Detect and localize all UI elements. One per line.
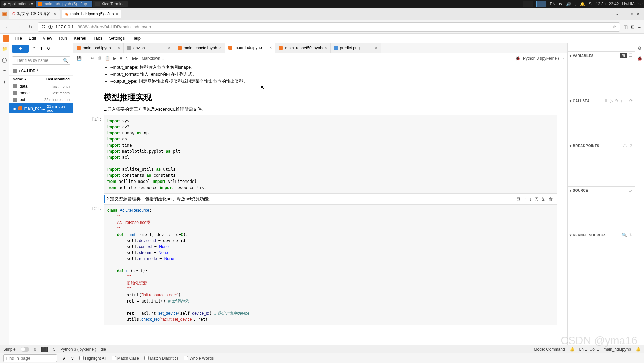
pocket-icon[interactable]: ◫	[623, 24, 628, 29]
user-label[interactable]: HwHiAiUse	[622, 2, 643, 6]
upload-icon[interactable]: ⬆	[40, 46, 43, 51]
breadcrumb[interactable]: / 04-HDR /	[9, 67, 73, 76]
refresh-icon[interactable]: ↻	[47, 46, 50, 51]
address-bar[interactable]: 🛡 ⓘ 127.0.0.1:8888/lab/tree/04-HDR/main_…	[38, 22, 620, 32]
browser-tab-jupyter[interactable]: ◉ main_hdr.ipynb (5) - Jup ×	[62, 10, 121, 18]
close-icon[interactable]: ×	[168, 46, 171, 50]
highlight-all-checkbox[interactable]: Highlight All	[79, 356, 106, 361]
simple-toggle[interactable]	[21, 347, 29, 352]
paste-icon[interactable]: 📋	[105, 56, 110, 61]
browser-tab-csdn[interactable]: C 写文章-CSDN博客 ×	[9, 9, 60, 19]
match-case-checkbox[interactable]: Match Case	[112, 356, 139, 361]
fast-forward-icon[interactable]: ▶▶	[132, 56, 138, 61]
kernel-name[interactable]: Python 3 (ipykernel)	[523, 56, 559, 61]
maximize-button[interactable]: ▫	[631, 11, 633, 16]
info-icon[interactable]: ⓘ	[48, 24, 53, 30]
mode-indicator[interactable]: Mode: Command	[534, 347, 565, 352]
tree-view-icon[interactable]: ⊞	[620, 53, 627, 58]
search-icon[interactable]: 🔍	[622, 233, 627, 237]
debug-icon[interactable]: 🐞	[515, 56, 520, 61]
chevron-down-icon[interactable]: ▾	[570, 233, 572, 237]
volume-icon[interactable]: 🔊	[566, 2, 571, 6]
whole-words-checkbox[interactable]: Whole Words	[184, 356, 214, 361]
chevron-down-icon[interactable]: ▾	[570, 99, 572, 103]
debugger-icon[interactable]: 🐞	[637, 56, 642, 61]
run-icon[interactable]: ▶	[113, 56, 116, 61]
continue-icon[interactable]: ▷	[610, 98, 613, 103]
menu-help[interactable]: Help	[129, 35, 143, 41]
close-icon[interactable]: ×	[54, 12, 56, 16]
file-row[interactable]: datalast month	[9, 83, 73, 90]
back-button[interactable]: ←	[3, 23, 11, 31]
taskbar-item-jupyter[interactable]: main_hdr.ipynb (5) - Jup...	[36, 1, 92, 7]
menu-view[interactable]: View	[40, 35, 55, 41]
inspector-icon[interactable]: ⚙	[638, 46, 642, 51]
clear-icon[interactable]: ⊘	[629, 143, 633, 148]
code-cell-1[interactable]: [1]: import sys import cv2 import numpy …	[87, 115, 557, 194]
delete-icon[interactable]: 🗑	[548, 197, 553, 202]
file-row[interactable]: out22 minutes ago	[9, 96, 73, 103]
kernel-status-icon[interactable]: ○	[562, 56, 564, 61]
jupyter-logo-icon[interactable]	[3, 35, 9, 42]
bookmark-icon[interactable]: ☆	[612, 24, 616, 29]
markdown-cell-active[interactable]: 🗐 ↑ ↓ ⊼ ⊻ 🗑 2.定义资源管理类，包括初始化acl、释放acl资源功能…	[104, 195, 557, 203]
chevron-down-icon[interactable]: ▾	[570, 144, 572, 148]
menu-settings[interactable]: Settings	[106, 35, 127, 41]
stop-icon[interactable]: ■	[120, 56, 122, 61]
browser-menu-icon[interactable]: ▣	[2, 11, 7, 17]
new-launcher-button[interactable]: +	[12, 45, 29, 53]
tray-indicator-2[interactable]	[536, 1, 546, 7]
code-content[interactable]: import sys import cv2 import numpy as np…	[104, 115, 557, 194]
tab-main-ssd[interactable]: main_ssd.ipynb×	[73, 43, 124, 53]
notification-icon[interactable]: 🔔	[580, 2, 585, 6]
filename-status[interactable]: main_hdr.ipynb	[604, 347, 631, 352]
col-name[interactable]: Name	[13, 77, 23, 81]
move-down-icon[interactable]: ↓	[530, 197, 532, 202]
tab-main-hdr[interactable]: main_hdr.ipynb×	[225, 43, 275, 53]
applications-menu[interactable]: ◆ Applications ▾	[1, 1, 35, 7]
notification-icon[interactable]: 🔔	[570, 347, 575, 352]
hamburger-icon[interactable]: ≡	[638, 24, 641, 29]
new-tab-button[interactable]: +	[123, 10, 133, 18]
shield-icon[interactable]: 🛡	[41, 24, 46, 29]
restart-icon[interactable]: ↻	[125, 56, 129, 61]
move-up-icon[interactable]: ↑	[524, 197, 526, 202]
menu-kernel[interactable]: Kernel	[71, 35, 89, 41]
wifi-icon[interactable]: ▾▴	[559, 2, 563, 6]
file-row-selected[interactable]: ▣main_hdr....21 minutes ago	[9, 103, 73, 113]
code-content[interactable]: class AclLiteResource: """ AclLiteResour…	[104, 204, 557, 325]
menu-file[interactable]: File	[12, 35, 25, 41]
close-icon[interactable]: ×	[118, 46, 120, 50]
extension-icon[interactable]: ✦	[3, 80, 6, 85]
terminal-count-icon[interactable]: ⬛	[41, 347, 48, 352]
col-modified[interactable]: Last Modified	[46, 77, 70, 81]
close-icon[interactable]: ×	[219, 46, 221, 50]
pause-icon[interactable]: ⏸	[604, 98, 608, 103]
notebook-cells[interactable]: --input_shape: 模型输入节点名称和shape。 --input_f…	[73, 64, 567, 345]
clock[interactable]: Sat 13 Jul, 23:42	[589, 2, 619, 6]
close-icon[interactable]: ×	[269, 45, 272, 50]
add-cell-icon[interactable]: +	[85, 56, 87, 61]
cursor-position[interactable]: Ln 1, Col 1	[579, 347, 599, 352]
tab-predict-png[interactable]: predict.png×	[331, 43, 381, 53]
find-input[interactable]	[3, 354, 57, 362]
step-out-icon[interactable]: ↑	[625, 98, 627, 103]
close-window-button[interactable]: ×	[637, 11, 639, 16]
copy-icon[interactable]: 🗐	[98, 56, 102, 61]
chevron-down-icon[interactable]: ▾	[570, 54, 572, 58]
kernel-status[interactable]: Python 3 (ipykernel) | Idle	[60, 347, 106, 352]
extensions-icon[interactable]: ⊞	[631, 24, 635, 29]
file-filter-input[interactable]: Filter files by name 🔍	[12, 56, 70, 65]
battery-icon[interactable]: ▯	[574, 2, 577, 6]
folder-icon[interactable]: 📁	[2, 46, 7, 51]
bell-icon[interactable]: 🔔	[636, 347, 641, 352]
menu-run[interactable]: Run	[56, 35, 70, 41]
refresh-icon[interactable]: ↻	[629, 233, 633, 237]
new-folder-icon[interactable]: 🗀	[32, 46, 36, 51]
tabs-dropdown-icon[interactable]: ⌄	[615, 11, 619, 16]
menu-tabs[interactable]: Tabs	[90, 35, 105, 41]
forward-button[interactable]: →	[15, 23, 23, 31]
warning-icon[interactable]: ⚠	[623, 143, 627, 148]
chevron-down-icon[interactable]: ▾	[570, 189, 572, 192]
insert-below-icon[interactable]: ⊻	[542, 197, 545, 202]
